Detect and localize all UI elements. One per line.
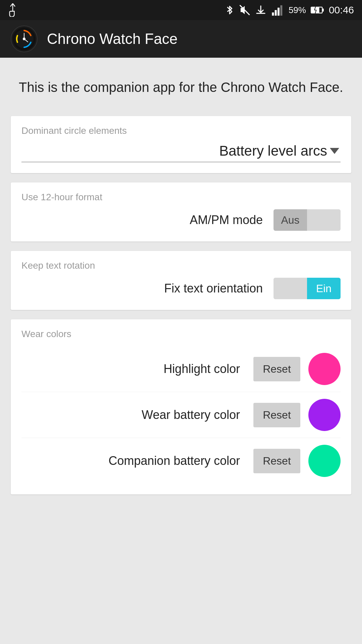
toggle-on-segment: Ein <box>307 278 341 299</box>
wear-battery-color-swatch[interactable] <box>308 399 341 431</box>
toggle-auf-inactive <box>307 209 341 231</box>
dominant-circle-dropdown[interactable]: Battery level arcs <box>21 143 341 162</box>
main-content: This is the companion app for the Chrono… <box>0 58 362 515</box>
dominant-circle-card: Dominant circle elements Battery level a… <box>11 116 351 173</box>
wear-colors-card: Wear colors Highlight color Reset Wear b… <box>11 319 351 494</box>
battery-percent: 59% <box>289 5 306 15</box>
highlight-color-row: Highlight color Reset <box>21 346 341 392</box>
status-bar: 59% 00:46 <box>0 0 362 20</box>
signal-icon <box>271 4 284 16</box>
svg-rect-2 <box>275 10 277 16</box>
dominant-circle-value: Battery level arcs <box>219 143 327 159</box>
ampm-toggle[interactable]: Aus <box>274 209 341 231</box>
hour-format-label: Use 12-hour format <box>21 192 341 203</box>
usb-icon <box>8 3 17 17</box>
app-title: Chrono Watch Face <box>47 31 178 47</box>
svg-rect-3 <box>278 8 280 16</box>
companion-battery-color-row: Companion battery color Reset <box>21 438 341 484</box>
mute-icon <box>239 4 250 16</box>
fix-text-toggle[interactable]: Ein <box>274 278 341 299</box>
ampm-mode-label: AM/PM mode <box>21 213 268 227</box>
highlight-color-swatch[interactable] <box>308 353 341 385</box>
wear-battery-reset-button[interactable]: Reset <box>253 403 300 427</box>
status-time: 00:46 <box>329 4 354 16</box>
text-rotation-label: Keep text rotation <box>21 260 341 271</box>
highlight-reset-button[interactable]: Reset <box>253 357 300 381</box>
companion-battery-color-label: Companion battery color <box>21 453 245 469</box>
svg-rect-6 <box>322 9 323 12</box>
battery-icon <box>311 5 324 15</box>
bluetooth-icon <box>225 4 234 16</box>
dropdown-arrow-icon <box>330 148 339 154</box>
svg-rect-4 <box>280 5 282 16</box>
highlight-color-label: Highlight color <box>21 361 245 377</box>
text-rotation-card: Keep text rotation Fix text orientation … <box>11 251 351 310</box>
companion-battery-reset-button[interactable]: Reset <box>253 449 300 473</box>
wear-colors-label: Wear colors <box>21 329 341 339</box>
hour-format-card: Use 12-hour format AM/PM mode Aus <box>11 182 351 241</box>
companion-battery-color-swatch[interactable] <box>308 445 341 477</box>
fix-text-label: Fix text orientation <box>21 281 268 296</box>
svg-rect-1 <box>272 12 274 16</box>
toggle-off-segment <box>274 278 307 299</box>
toggle-aus-active: Aus <box>274 209 307 231</box>
download-icon <box>255 4 266 16</box>
app-logo <box>11 25 38 52</box>
wear-battery-color-label: Wear battery color <box>21 407 245 423</box>
app-bar: Chrono Watch Face <box>0 20 362 58</box>
intro-text: This is the companion app for the Chrono… <box>11 71 351 107</box>
wear-battery-color-row: Wear battery color Reset <box>21 392 341 438</box>
dominant-circle-label: Dominant circle elements <box>21 125 341 136</box>
